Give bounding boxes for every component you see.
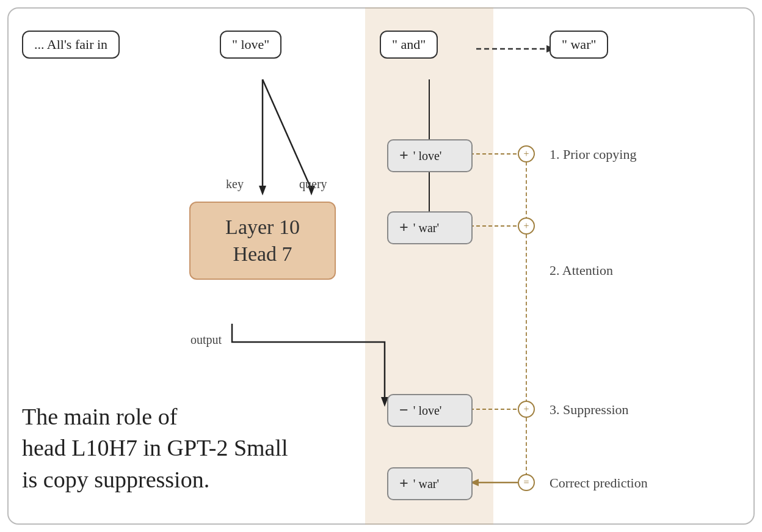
attention-label: 2. Attention [550, 263, 613, 279]
layer-box: Layer 10 Head 7 [189, 202, 336, 280]
shaded-column [365, 7, 493, 525]
main-text-line1: The main role of [22, 401, 288, 432]
circle-plus-2: + [518, 217, 535, 235]
plus-symbol-1: + [399, 147, 408, 165]
op-plus-love-upper: + ' love' [387, 139, 473, 172]
prior-copying-label: 1. Prior copying [550, 147, 636, 162]
query-label: query [299, 177, 327, 191]
layer-line1: Layer 10 [209, 214, 316, 241]
layer-line2: Head 7 [209, 241, 316, 268]
circle-equals: = [518, 474, 535, 491]
correct-prediction-label: Correct prediction [550, 475, 648, 491]
op-plus-war-lower: + ' war' [387, 467, 473, 500]
main-text-line2: head L10H7 in GPT-2 Small [22, 432, 288, 464]
op-minus-love: − ' love' [387, 394, 473, 427]
key-label: key [226, 177, 244, 191]
minus-symbol: − [399, 401, 408, 420]
token-and: " and" [380, 31, 438, 59]
main-text-line3: is copy suppression. [22, 464, 288, 495]
suppression-label: 3. Suppression [550, 402, 629, 418]
token-love: " love" [220, 31, 281, 59]
op-plus-war-upper: + ' war' [387, 211, 473, 244]
plus-symbol-2: + [399, 219, 408, 237]
circle-plus-1: + [518, 145, 535, 162]
token-war-top: " war" [550, 31, 608, 59]
main-description: The main role of head L10H7 in GPT-2 Sma… [22, 401, 288, 495]
plus-symbol-3: + [399, 475, 408, 493]
output-label: output [191, 333, 222, 347]
token-all-fair: ... All's fair in [22, 31, 120, 59]
circle-plus-3: + [518, 401, 535, 418]
